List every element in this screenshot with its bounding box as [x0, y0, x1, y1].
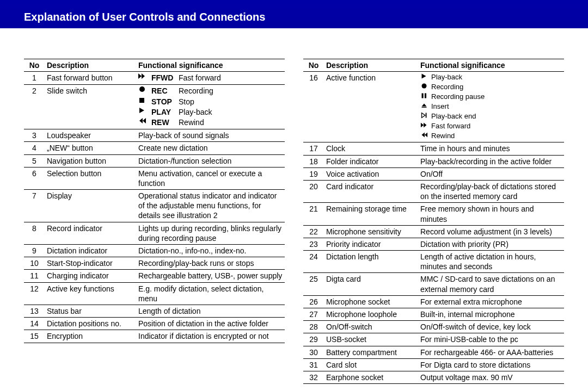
- symbol-row: REWRewind: [138, 117, 283, 127]
- cell-no: 10: [24, 257, 45, 270]
- cell-no: 28: [303, 321, 324, 333]
- func-text: Time in hours and minutes: [420, 144, 510, 153]
- table-row: 32Earphone socketOutput voltage max. 90 …: [303, 371, 564, 383]
- table-row: 18Folder indicatorPlay-back/recording in…: [303, 155, 564, 167]
- cell-no: 5: [24, 154, 45, 167]
- table-row: 10Start-Stop-indicatorRecording/play-bac…: [24, 257, 285, 270]
- cell-desc: Card indicator: [324, 180, 418, 202]
- table-row: 12Active key functionsE.g. modify dictat…: [24, 282, 285, 305]
- table-row: 1Fast forward buttonFFWDFast forward: [24, 72, 285, 85]
- cell-desc: Record indicator: [45, 222, 136, 244]
- table-row: 23Priority indicatorDictation with prior…: [303, 238, 564, 250]
- cell-desc: Active function: [324, 72, 418, 142]
- table-row: 14Dictation positions no.Position of dic…: [24, 318, 285, 330]
- cell-func: Record volume adjustment (in 3 levels): [418, 225, 564, 238]
- cell-func: For Digta card to store dictations: [418, 358, 564, 371]
- func-text: Record volume adjustment (in 3 levels): [420, 227, 552, 236]
- table-row: 3LoudspeakerPlay-back of sound signals: [24, 129, 285, 142]
- func-text: Menu activation, cancel or execute a fun…: [138, 169, 262, 188]
- col-desc: Description: [45, 59, 136, 72]
- symbol-row: STOPStop: [138, 97, 283, 107]
- symbol-code: REC: [151, 86, 176, 96]
- cell-no: 21: [303, 203, 324, 225]
- cell-no: 30: [303, 346, 324, 358]
- symbol-label: Insert: [431, 102, 449, 111]
- table-row: 28On/Off-switchOn/Off-switch of device, …: [303, 321, 564, 333]
- cell-func: On/Off-switch of device, key lock: [418, 321, 564, 333]
- cell-no: 32: [303, 371, 324, 383]
- table-row: 2Slide switchRECRecordingSTOPStopPLAYPla…: [24, 85, 285, 129]
- table-row: 6Selection buttonMenu activation, cancel…: [24, 167, 285, 189]
- symbol-label: Play-back: [179, 107, 212, 117]
- cell-desc: Remaining storage time: [324, 203, 418, 225]
- cell-desc: Start-Stop-indicator: [45, 257, 136, 270]
- cell-func: Indicator if dictation is encrypted or n…: [136, 330, 285, 343]
- cell-no: 6: [24, 167, 45, 189]
- cell-no: 16: [303, 72, 324, 142]
- left-column: No Description Functional significance 1…: [24, 59, 285, 384]
- cell-no: 14: [24, 318, 45, 330]
- symbol-label: Play-back: [431, 73, 462, 82]
- svg-rect-5: [422, 107, 427, 108]
- symbol-row: Play-back end: [420, 112, 562, 121]
- table-row: 21Remaining storage timeFree memory show…: [303, 203, 564, 225]
- symbol-label: Stop: [179, 97, 194, 107]
- table-row: 15EncryptionIndicator if dictation is en…: [24, 330, 285, 343]
- table-row: 13Status barLength of dictation: [24, 305, 285, 317]
- cell-no: 9: [24, 245, 45, 257]
- table-row: 31Card slotFor Digta card to store dicta…: [303, 358, 564, 371]
- func-text: Recording/play-back runs or stops: [138, 259, 254, 268]
- table-row: 30Battery compartmentFor rechargeable 46…: [303, 346, 564, 358]
- table-row: 9Dictation indicatorDictation-no., info-…: [24, 245, 285, 257]
- func-text: Built-in, internal microphone: [420, 310, 515, 319]
- controls-table-right: No Description Functional significance 1…: [303, 59, 564, 384]
- cell-no: 12: [24, 282, 45, 305]
- cell-desc: Priority indicator: [324, 238, 418, 250]
- func-text: Operational status indicator and indicat…: [138, 191, 277, 220]
- pbend-icon: [420, 112, 429, 119]
- symbol-code: FFWD: [151, 73, 176, 83]
- symbol-row: Play-back: [420, 73, 562, 82]
- table-row: 5Navigation buttonDictation-/function se…: [24, 154, 285, 167]
- rec-icon: [420, 83, 429, 89]
- table-row: 26Microphone socketFor external extra mi…: [303, 295, 564, 308]
- col-desc: Description: [324, 59, 418, 72]
- symbol-label: Rewind: [431, 132, 455, 141]
- cell-func: Recording/play-back runs or stops: [136, 257, 285, 270]
- cell-desc: Slide switch: [45, 85, 136, 129]
- func-text: For mini-USB-cable to the pc: [420, 335, 518, 344]
- cell-no: 24: [303, 251, 324, 273]
- cell-desc: Selection button: [45, 167, 136, 189]
- func-text: For external extra microphone: [420, 297, 522, 306]
- col-func: Functional significance: [136, 59, 285, 72]
- pause-icon: [420, 92, 429, 99]
- cell-func: Dictation with priority (PR): [418, 238, 564, 250]
- rew-icon: [138, 117, 149, 124]
- table-row: 29USB-socketFor mini-USB-cable to the pc: [303, 333, 564, 346]
- ffwd-icon: [420, 122, 429, 128]
- func-text: Dictation with priority (PR): [420, 240, 509, 249]
- cell-func: Built-in, internal microphone: [418, 308, 564, 321]
- cell-func: Rechargeable battery, USB-, power supply: [136, 270, 285, 282]
- table-row: 11Charging indicatorRechargeable battery…: [24, 270, 285, 282]
- func-text: For rechargeable 466- or AAA-batteries: [420, 348, 553, 357]
- play-icon: [420, 73, 429, 79]
- func-text: MMC / SD-card to save dictations on an e…: [420, 275, 555, 293]
- cell-desc: Dictation indicator: [45, 245, 136, 257]
- cell-desc: Earphone socket: [324, 371, 418, 383]
- cell-func: Recording/play-back of dictations stored…: [418, 180, 564, 202]
- func-text: Create new dictation: [138, 144, 208, 152]
- cell-desc: Display: [45, 190, 136, 222]
- cell-func: E.g. modify dictation, select dictation,…: [136, 282, 285, 305]
- cell-func: On/Off: [418, 167, 564, 180]
- cell-desc: Navigation button: [45, 154, 136, 167]
- rec-icon: [138, 86, 149, 92]
- symbol-row: PLAYPlay-back: [138, 107, 283, 117]
- table-row: 16Active functionPlay-backRecordingRecor…: [303, 72, 564, 142]
- symbol-code: PLAY: [151, 107, 176, 117]
- func-text: Length of dictation: [138, 307, 200, 315]
- cell-no: 3: [24, 129, 45, 142]
- symbol-label: Recording: [179, 86, 213, 96]
- svg-rect-4: [425, 93, 426, 98]
- func-text: Length of active dictation in hours, min…: [420, 252, 536, 271]
